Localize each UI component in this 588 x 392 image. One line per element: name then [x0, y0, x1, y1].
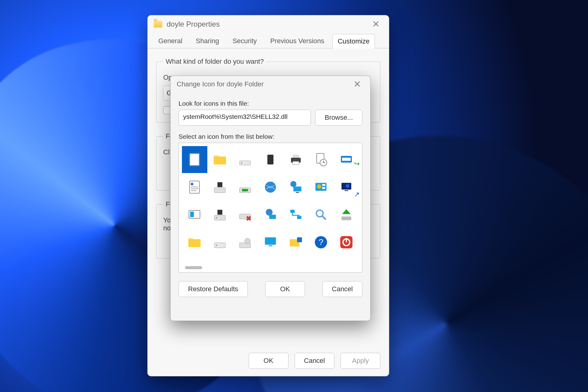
icon-list[interactable]: ? ↪ ↗	[179, 143, 362, 273]
svg-point-37	[216, 217, 217, 218]
overlay-shortcut-arrow-blue-icon: ↗	[354, 190, 360, 198]
svg-rect-29	[322, 187, 325, 189]
tab-sharing[interactable]: Sharing	[190, 34, 224, 48]
svg-rect-17	[191, 190, 196, 191]
properties-buttons: OK Cancel Apply	[249, 353, 380, 369]
tab-customize[interactable]: Customize	[333, 34, 375, 48]
svg-point-4	[241, 162, 242, 164]
svg-point-31	[346, 184, 349, 188]
icon-folder[interactable]	[207, 146, 233, 173]
svg-rect-2	[214, 156, 226, 164]
svg-rect-32	[345, 190, 348, 191]
properties-titlebar[interactable]: doyle Properties ✕	[148, 15, 389, 33]
svg-point-27	[317, 184, 321, 189]
restore-defaults-button[interactable]: Restore Defaults	[179, 281, 248, 297]
tab-previous[interactable]: Previous Versions	[265, 34, 330, 48]
icon-removable-drive[interactable]	[232, 174, 258, 201]
svg-point-43	[316, 210, 323, 217]
icon-network-globe[interactable]	[258, 201, 283, 228]
svg-rect-54	[297, 237, 302, 242]
icon-hard-drive[interactable]	[232, 146, 258, 173]
svg-rect-7	[293, 155, 299, 158]
icon-globe[interactable]	[258, 174, 283, 201]
svg-rect-15	[191, 187, 198, 187]
tab-general[interactable]: General	[153, 34, 187, 48]
svg-rect-28	[322, 184, 325, 186]
svg-rect-51	[265, 237, 276, 245]
properties-title: doyle Properties	[167, 20, 220, 28]
icon-text-document[interactable]	[182, 174, 207, 201]
icon-search-magnifier[interactable]	[308, 201, 334, 228]
icon-chip[interactable]	[258, 146, 283, 173]
svg-rect-49	[239, 243, 251, 248]
svg-rect-44	[341, 217, 351, 220]
cancel-button[interactable]: Cancel	[295, 353, 334, 369]
icon-document-clock[interactable]	[308, 146, 334, 173]
svg-rect-42	[297, 216, 301, 219]
svg-rect-16	[191, 188, 198, 189]
svg-rect-34	[190, 212, 194, 217]
apply-button[interactable]: Apply	[341, 353, 380, 369]
change-icon-title: Change Icon for doyle Folder	[177, 80, 264, 88]
svg-rect-59	[346, 238, 347, 242]
svg-point-48	[216, 245, 217, 246]
change-icon-titlebar[interactable]: Change Icon for doyle Folder ✕	[171, 76, 370, 92]
svg-text:?: ?	[318, 237, 323, 247]
svg-rect-5	[267, 155, 273, 164]
icon-list-scrollbar[interactable]	[185, 266, 202, 269]
icon-control-panel[interactable]	[308, 174, 334, 201]
icon-blank-document[interactable]	[182, 146, 207, 173]
icon-eject-drive[interactable]	[334, 201, 359, 228]
groupbox-folder-kind-legend: What kind of folder do you want?	[163, 58, 266, 66]
icon-help-circle[interactable]: ?	[308, 229, 334, 256]
folder-icon	[154, 21, 162, 28]
svg-rect-24	[293, 187, 301, 191]
svg-rect-14	[191, 183, 193, 185]
icon-drive-error[interactable]	[232, 201, 258, 228]
svg-rect-0	[190, 153, 199, 166]
icon-save-disk[interactable]	[207, 201, 233, 228]
browse-button[interactable]: Browse...	[315, 110, 362, 126]
icon-printer[interactable]	[283, 146, 308, 173]
look-for-icons-label: Look for icons in this file:	[179, 100, 362, 107]
svg-rect-18	[214, 188, 225, 193]
svg-rect-25	[296, 192, 299, 193]
icon-hard-drive-2[interactable]	[207, 229, 233, 256]
close-icon[interactable]: ✕	[350, 78, 364, 90]
icon-run-dialog[interactable]	[334, 146, 359, 173]
ok-button[interactable]: OK	[249, 353, 288, 369]
svg-rect-41	[290, 210, 295, 213]
svg-rect-8	[293, 161, 299, 164]
icon-folder-options[interactable]	[283, 229, 308, 256]
svg-point-23	[290, 181, 296, 187]
svg-rect-21	[242, 189, 248, 191]
icon-settings-window[interactable]	[182, 201, 207, 228]
select-icon-label: Select an icon from the list below:	[179, 133, 362, 140]
svg-rect-12	[342, 158, 351, 161]
icon-monitor[interactable]	[258, 229, 283, 256]
icon-floppy-drive[interactable]	[207, 174, 233, 201]
icon-network[interactable]	[283, 201, 308, 228]
icon-path-input[interactable]: ystemRoot%\System32\SHELL32.dll	[179, 110, 311, 126]
svg-rect-46	[188, 239, 201, 247]
cancel-button[interactable]: Cancel	[322, 281, 362, 297]
overlay-shortcut-arrow-green-icon: ↪	[354, 160, 360, 168]
icon-power-off[interactable]	[334, 229, 359, 256]
properties-tabstrip: General Sharing Security Previous Versio…	[148, 33, 389, 48]
change-icon-dialog: Change Icon for doyle Folder ✕ Look for …	[170, 76, 371, 321]
icon-optical-drive[interactable]	[232, 229, 258, 256]
ok-button[interactable]: OK	[265, 281, 305, 297]
close-icon[interactable]: ✕	[369, 18, 383, 30]
icon-network-monitor[interactable]	[283, 174, 308, 201]
svg-rect-52	[269, 245, 272, 246]
svg-rect-36	[217, 210, 222, 215]
icon-folder-open[interactable]	[182, 229, 207, 256]
svg-point-39	[266, 209, 273, 216]
svg-rect-19	[217, 182, 222, 187]
svg-rect-40	[269, 215, 276, 219]
svg-point-50	[245, 238, 250, 244]
tab-security[interactable]: Security	[227, 34, 262, 48]
